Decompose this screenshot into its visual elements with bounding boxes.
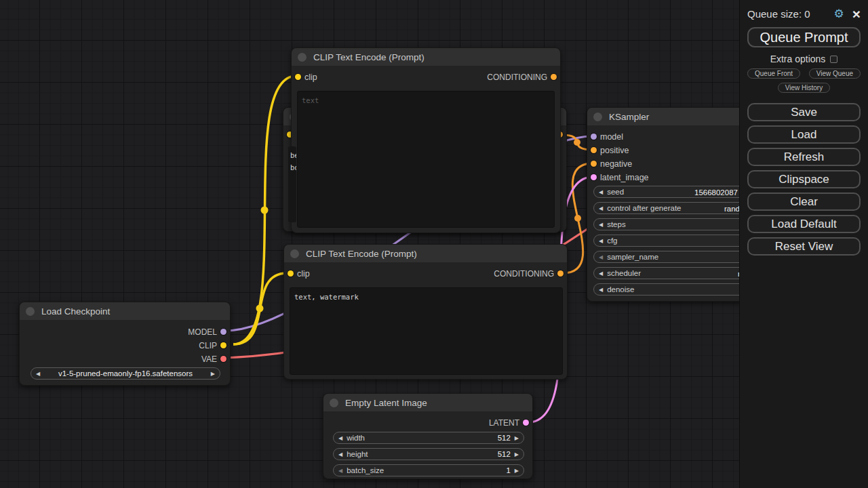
clip-input-port[interactable] (295, 74, 301, 80)
queue-front-button[interactable]: Queue Front (747, 68, 800, 79)
link-clip-to-negative (233, 273, 287, 344)
batch-size-widget[interactable]: ◀ batch_size 1 ▶ (333, 464, 524, 476)
height-widget[interactable]: ◀ height 512 ▶ (333, 448, 524, 460)
node-clip-text-encode-top[interactable]: CLIP Text Encode (Prompt) clip CONDITION… (291, 47, 561, 233)
positive-input-label: positive (600, 144, 629, 157)
clip-input-label: clip (304, 70, 317, 84)
node-title-bar[interactable]: Empty Latent Image (323, 394, 532, 411)
conditioning-output-port[interactable] (557, 270, 564, 277)
model-output-label: MODEL (188, 325, 217, 339)
collapse-dot-icon[interactable] (26, 307, 35, 316)
model-input-label: model (600, 130, 623, 144)
queue-size-label: Queue size: 0 (747, 8, 810, 20)
settings-gear-icon[interactable]: ⚙ (833, 7, 844, 21)
increment-icon[interactable]: ▶ (515, 435, 519, 441)
latent-output-port[interactable] (523, 420, 529, 426)
clear-button[interactable]: Clear (747, 192, 861, 211)
node-load-checkpoint[interactable]: Load Checkpoint MODEL CLIP VAE ◀ v1-5-pr… (19, 302, 231, 386)
collapse-dot-icon[interactable] (290, 249, 299, 258)
node-empty-latent-image[interactable]: Empty Latent Image LATENT ◀ width 512 ▶ … (323, 393, 533, 479)
decrement-icon[interactable]: ◀ (599, 205, 603, 211)
close-icon[interactable]: × (852, 9, 861, 20)
decrement-icon[interactable]: ◀ (338, 435, 342, 441)
node-title: Empty Latent Image (345, 398, 427, 408)
decrement-icon[interactable]: ◀ (338, 468, 342, 474)
queue-prompt-button[interactable]: Queue Prompt (747, 27, 861, 47)
decrement-icon[interactable]: ◀ (599, 270, 603, 277)
node-title: Load Checkpoint (41, 306, 110, 317)
collapse-dot-icon[interactable] (330, 399, 338, 407)
width-widget[interactable]: ◀ width 512 ▶ (333, 432, 524, 444)
increment-icon[interactable]: ▶ (211, 371, 215, 377)
node-clip-text-encode-negative[interactable]: CLIP Text Encode (Prompt) clip CONDITION… (283, 244, 568, 380)
node-title-bar[interactable]: CLIP Text Encode (Prompt) (284, 245, 567, 262)
conditioning-output-port[interactable] (551, 74, 557, 80)
clip-input-port[interactable] (288, 270, 294, 277)
save-button[interactable]: Save (747, 103, 861, 121)
link-midpoint-dot (574, 139, 580, 146)
load-default-button[interactable]: Load Default (747, 215, 861, 233)
node-title: CLIP Text Encode (Prompt) (313, 52, 425, 62)
view-queue-button[interactable]: View Queue (809, 68, 861, 79)
link-midpoint-dot (574, 215, 581, 222)
view-history-button[interactable]: View History (778, 83, 830, 93)
ckpt-name-value: v1-5-pruned-emaonly-fp16.safetensors (40, 369, 211, 378)
extra-options-checkbox[interactable] (830, 56, 837, 63)
node-title: KSampler (609, 112, 649, 122)
main-menu-panel: Queue size: 0 ⚙ × Queue Prompt Extra opt… (739, 0, 868, 488)
decrement-icon[interactable]: ◀ (599, 189, 603, 195)
node-title-bar[interactable]: CLIP Text Encode (Prompt) (292, 48, 560, 66)
collapse-dot-icon[interactable] (298, 53, 307, 62)
node-title: CLIP Text Encode (Prompt) (306, 249, 417, 259)
increment-icon[interactable]: ▶ (515, 468, 519, 474)
collapse-dot-icon[interactable] (593, 113, 602, 121)
clip-output-label: CLIP (199, 339, 217, 352)
node-title-bar[interactable]: Load Checkpoint (20, 302, 230, 320)
decrement-icon[interactable]: ◀ (599, 287, 603, 293)
model-input-port[interactable] (591, 134, 597, 140)
latent-image-input-label: latent_image (600, 171, 649, 184)
reset-view-button[interactable]: Reset View (747, 237, 861, 256)
vae-output-port[interactable] (220, 356, 226, 362)
conditioning-output-label: CONDITIONING (494, 267, 554, 281)
positive-input-port[interactable] (591, 147, 597, 153)
clip-output-port[interactable] (220, 342, 226, 348)
vae-output-label: VAE (201, 352, 217, 366)
clip-input-label: clip (297, 267, 310, 281)
load-button[interactable]: Load (747, 125, 861, 144)
decrement-icon[interactable]: ◀ (599, 254, 603, 260)
prompt-textarea[interactable]: text (297, 91, 555, 228)
decrement-icon[interactable]: ◀ (338, 451, 342, 458)
negative-input-port[interactable] (591, 161, 597, 167)
link-midpoint-dot (261, 207, 269, 214)
decrement-icon[interactable]: ◀ (599, 222, 603, 228)
model-output-port[interactable] (220, 329, 226, 335)
conditioning-output-label: CONDITIONING (487, 70, 547, 84)
clipspace-button[interactable]: Clipspace (747, 170, 861, 188)
negative-prompt-textarea[interactable]: text, watermark (290, 287, 563, 375)
latent-output-label: LATENT (489, 416, 519, 430)
positive-prompt-textarea[interactable]: beautiful scenery nature glass bottle la… (288, 146, 296, 222)
ckpt-name-widget[interactable]: ◀ v1-5-pruned-emaonly-fp16.safetensors ▶ (31, 367, 220, 380)
extra-options-label: Extra options (770, 54, 826, 64)
increment-icon[interactable]: ▶ (515, 451, 519, 458)
link-midpoint-dot (256, 305, 264, 312)
negative-input-label: negative (600, 157, 632, 171)
latent-image-input-port[interactable] (591, 174, 597, 180)
node-graph-canvas[interactable]: CLIP Text Encode (Prompt) clip CONDITION… (0, 0, 868, 488)
decrement-icon[interactable]: ◀ (599, 238, 603, 244)
refresh-button[interactable]: Refresh (747, 148, 861, 166)
